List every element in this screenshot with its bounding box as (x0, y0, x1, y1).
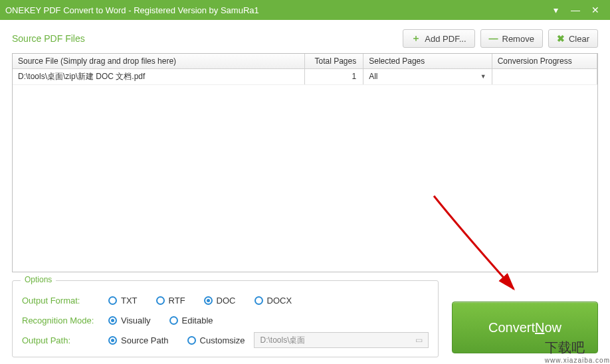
window-title: ONEKEY PDF Convert to Word - Registered … (5, 5, 545, 15)
recognition-mode-label: Recognition Mode: (22, 316, 108, 325)
cell-total-pages: 1 (305, 68, 363, 84)
clear-label: Clear (569, 34, 589, 44)
col-total-pages[interactable]: Total Pages (305, 54, 363, 68)
radio-docx[interactable]: DOCX (254, 296, 292, 306)
cell-source: D:\tools\桌面\zip\新建 DOC 文档.pdf (13, 68, 305, 84)
remove-button[interactable]: — Remove (480, 29, 543, 48)
folder-icon[interactable]: ▭ (415, 335, 423, 345)
remove-label: Remove (502, 34, 534, 44)
convert-key: N (535, 320, 544, 335)
radio-custom-path[interactable]: Customsize (187, 335, 245, 345)
file-table[interactable]: Source File (Simply drag and drop files … (12, 53, 598, 272)
radio-rtf[interactable]: RTF (156, 296, 185, 306)
cell-progress (492, 68, 597, 84)
titlebar: ONEKEY PDF Convert to Word - Registered … (0, 0, 610, 20)
output-path-input[interactable]: D:\tools\桌面 ▭ (254, 332, 429, 348)
table-row[interactable]: D:\tools\桌面\zip\新建 DOC 文档.pdf 1 All ▼ (13, 68, 597, 84)
close-icon[interactable]: ✕ (586, 3, 605, 17)
output-format-label: Output Format: (22, 296, 108, 306)
radio-editable[interactable]: Editable (169, 316, 213, 325)
collapse-icon[interactable]: ▾ (546, 3, 565, 17)
col-progress[interactable]: Conversion Progress (492, 54, 597, 68)
source-pdf-title: Source PDF Files (12, 33, 397, 44)
chevron-down-icon: ▼ (480, 73, 486, 80)
minus-icon: — (489, 33, 498, 44)
clear-button[interactable]: ✖ Clear (548, 29, 598, 48)
options-panel: Options Output Format: TXT RTF DOC DOCX … (12, 280, 439, 357)
radio-doc[interactable]: DOC (204, 296, 236, 306)
add-pdf-button[interactable]: ＋ Add PDF... (403, 29, 474, 48)
selected-pages-value: All (369, 72, 377, 81)
col-source[interactable]: Source File (Simply drag and drop files … (13, 54, 305, 68)
radio-txt[interactable]: TXT (108, 296, 138, 306)
convert-suffix: ow (544, 320, 561, 335)
radio-visually[interactable]: Visually (108, 316, 151, 325)
options-legend: Options (21, 275, 56, 284)
convert-now-button[interactable]: Convert Now (452, 302, 598, 353)
col-selected-pages[interactable]: Selected Pages (363, 54, 492, 68)
output-path-value: D:\tools\桌面 (260, 335, 305, 346)
minimize-icon[interactable]: — (566, 3, 585, 17)
radio-source-path[interactable]: Source Path (108, 335, 169, 345)
cell-selected-pages[interactable]: All ▼ (363, 68, 492, 84)
clear-icon: ✖ (557, 33, 565, 44)
convert-prefix: Convert (488, 320, 535, 335)
output-path-label: Output Path: (22, 335, 108, 345)
plus-icon: ＋ (411, 33, 421, 45)
add-pdf-label: Add PDF... (425, 34, 466, 44)
